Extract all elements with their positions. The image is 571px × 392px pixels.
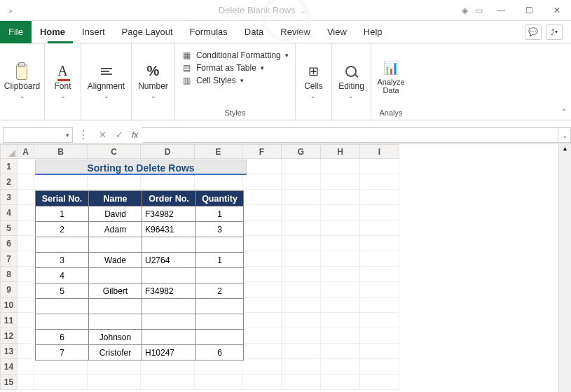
cell[interactable] xyxy=(360,236,399,251)
cell[interactable] xyxy=(242,374,282,390)
tab-view[interactable]: View xyxy=(319,21,355,43)
cell[interactable] xyxy=(321,251,360,267)
cell-qty[interactable]: 6 xyxy=(196,345,244,360)
fx-label[interactable]: fx xyxy=(132,130,138,140)
cell[interactable] xyxy=(360,267,399,282)
cell[interactable] xyxy=(34,174,88,190)
row-header-12[interactable]: 12 xyxy=(1,328,18,344)
cell[interactable] xyxy=(360,174,399,190)
sheet-title-cell[interactable]: Sorting to Delete Rows xyxy=(35,160,247,175)
cell[interactable] xyxy=(360,359,399,374)
cell-serial[interactable] xyxy=(36,299,89,314)
cell[interactable] xyxy=(18,190,34,205)
cell[interactable] xyxy=(242,236,282,251)
editing-button[interactable]: Editing⌄ xyxy=(338,63,364,99)
cell-qty[interactable]: 1 xyxy=(196,253,244,268)
cell-name[interactable] xyxy=(89,299,142,314)
cell-serial[interactable]: 2 xyxy=(36,222,89,237)
cell-name[interactable]: David xyxy=(89,206,142,222)
cell-styles-button[interactable]: ▥Cell Styles▾ xyxy=(181,76,244,85)
cell[interactable] xyxy=(321,374,360,390)
cell[interactable] xyxy=(321,313,360,328)
close-button[interactable]: × xyxy=(543,4,571,17)
tab-help[interactable]: Help xyxy=(355,21,391,43)
cell[interactable] xyxy=(18,282,34,298)
share-button[interactable]: ⤴▾ xyxy=(546,24,563,40)
cell-qty[interactable] xyxy=(196,237,244,253)
alignment-button[interactable]: Alignment⌄ xyxy=(88,63,125,99)
cell-qty[interactable] xyxy=(196,268,244,284)
cell[interactable] xyxy=(242,251,282,267)
cell-serial[interactable]: 7 xyxy=(36,345,89,360)
tab-insert[interactable]: Insert xyxy=(74,21,113,43)
cell[interactable] xyxy=(18,236,34,251)
maximize-button[interactable]: ☐ xyxy=(515,6,543,15)
tab-formulas[interactable]: Formulas xyxy=(181,21,236,43)
diamond-icon[interactable]: ◈ xyxy=(462,6,468,15)
clipboard-button[interactable]: Clipboard⌄ xyxy=(4,63,40,99)
cell[interactable] xyxy=(242,298,282,313)
cell[interactable] xyxy=(18,220,34,236)
cell[interactable] xyxy=(360,220,399,236)
cell-order[interactable] xyxy=(142,268,196,284)
cell-qty[interactable]: 1 xyxy=(196,206,244,222)
cell[interactable] xyxy=(195,174,242,190)
cell-qty[interactable] xyxy=(196,314,244,330)
tab-page-layout[interactable]: Page Layout xyxy=(113,21,181,43)
cell[interactable] xyxy=(282,374,321,390)
cell-name[interactable]: Adam xyxy=(89,222,142,237)
cell-name[interactable]: Johnson xyxy=(89,330,142,345)
cell[interactable] xyxy=(360,374,399,390)
cell[interactable] xyxy=(321,267,360,282)
cell[interactable] xyxy=(282,159,321,174)
cell-serial[interactable]: 5 xyxy=(36,284,89,299)
cell[interactable] xyxy=(360,190,399,205)
cell[interactable] xyxy=(88,174,141,190)
number-button[interactable]: %Number⌄ xyxy=(138,63,168,99)
col-header-G[interactable]: G xyxy=(282,145,321,159)
cell-serial[interactable] xyxy=(36,237,89,253)
cell[interactable] xyxy=(88,374,141,390)
cell[interactable] xyxy=(321,328,360,344)
cell[interactable] xyxy=(141,174,195,190)
cell[interactable] xyxy=(18,359,34,374)
cell[interactable] xyxy=(360,251,399,267)
cell[interactable] xyxy=(242,313,282,328)
cell[interactable] xyxy=(282,220,321,236)
cell[interactable] xyxy=(195,359,242,374)
cell[interactable] xyxy=(18,374,34,390)
row-header-11[interactable]: 11 xyxy=(1,313,18,328)
cell-order[interactable]: U2764 xyxy=(142,253,196,268)
tab-home[interactable]: Home xyxy=(32,21,74,43)
cell[interactable] xyxy=(282,282,321,298)
row-header-15[interactable]: 15 xyxy=(1,374,18,390)
cell[interactable] xyxy=(34,374,88,390)
cell[interactable] xyxy=(360,344,399,359)
header-order[interactable]: Order No. xyxy=(142,191,196,206)
row-header-1[interactable]: 1 xyxy=(1,159,18,174)
header-serial[interactable]: Serial No. xyxy=(36,191,89,206)
tab-file[interactable]: File xyxy=(0,21,32,43)
cell[interactable] xyxy=(88,359,141,374)
col-header-A[interactable]: A xyxy=(18,145,34,159)
cell-qty[interactable]: 3 xyxy=(196,222,244,237)
cell[interactable] xyxy=(242,220,282,236)
cell-serial[interactable]: 6 xyxy=(36,330,89,345)
header-name[interactable]: Name xyxy=(89,191,142,206)
formula-input[interactable] xyxy=(142,127,558,143)
cell[interactable] xyxy=(242,190,282,205)
cell[interactable] xyxy=(321,359,360,374)
cell-serial[interactable]: 4 xyxy=(36,268,89,284)
cell-serial[interactable]: 1 xyxy=(36,206,89,222)
cell[interactable] xyxy=(242,267,282,282)
cell[interactable] xyxy=(242,205,282,220)
name-box-dropdown-icon[interactable]: ▾ xyxy=(66,132,69,139)
row-header-2[interactable]: 2 xyxy=(1,174,18,190)
vertical-scrollbar[interactable]: ▴ xyxy=(558,144,571,392)
cell-name[interactable] xyxy=(89,314,142,330)
cell[interactable] xyxy=(321,174,360,190)
expand-formula-bar[interactable]: ⌄ xyxy=(558,127,571,143)
cell[interactable] xyxy=(141,374,195,390)
cell[interactable] xyxy=(360,205,399,220)
col-header-F[interactable]: F xyxy=(242,145,282,159)
